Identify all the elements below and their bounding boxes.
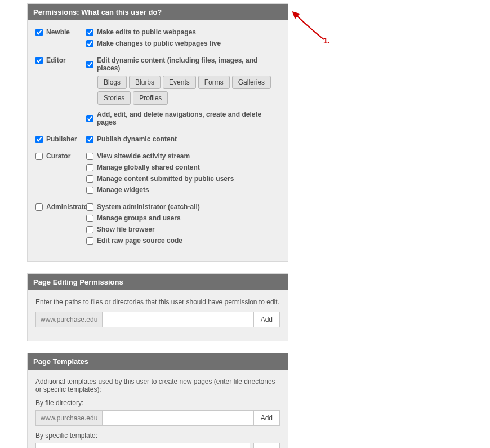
role-checkbox-publisher[interactable] bbox=[35, 136, 43, 143]
page-templates-dir-input[interactable] bbox=[103, 410, 253, 426]
perm-item-label: Manage globally shared content bbox=[97, 163, 200, 171]
perm-item: Add, edit, and delete navigations, creat… bbox=[86, 110, 280, 126]
role-label-curator: Curator bbox=[46, 152, 70, 160]
perm-item-label: Edit dynamic content (including files, i… bbox=[97, 56, 280, 72]
content-type-tags: BlogsBlurbsEventsFormsGalleriesStoriesPr… bbox=[97, 76, 280, 105]
perm-items-curator: View sitewide activity streamManage glob… bbox=[86, 152, 280, 197]
perm-item: Manage widgets bbox=[86, 186, 280, 194]
annotation-label: 1. bbox=[323, 36, 330, 45]
perm-item: Manage content submitted by public users bbox=[86, 175, 280, 183]
perm-item: Manage globally shared content bbox=[86, 163, 280, 171]
perm-item-label: Edit raw page source code bbox=[97, 237, 182, 245]
perm-items-editor: Edit dynamic content (including files, i… bbox=[86, 56, 280, 130]
tag-button-blurbs[interactable]: Blurbs bbox=[129, 76, 161, 89]
tag-button-forms[interactable]: Forms bbox=[198, 76, 230, 89]
perm-item-label: Make changes to public webpages live bbox=[97, 39, 221, 47]
perm-item-label: Show file browser bbox=[97, 225, 155, 233]
page-editing-path-input[interactable] bbox=[103, 312, 253, 327]
page-templates-domain: www.purchase.edu bbox=[35, 410, 103, 426]
role-newbie: Newbie bbox=[35, 28, 86, 36]
role-curator: Curator bbox=[35, 152, 86, 160]
role-editor: Editor bbox=[35, 56, 86, 64]
role-checkbox-editor[interactable] bbox=[35, 57, 43, 64]
perm-item: Edit raw page source code bbox=[86, 237, 280, 245]
tag-button-events[interactable]: Events bbox=[163, 76, 196, 89]
role-checkbox-administrator[interactable] bbox=[35, 203, 43, 211]
page-editing-add-button[interactable]: Add bbox=[254, 312, 280, 327]
perm-item-checkbox[interactable] bbox=[86, 175, 93, 183]
perm-item: Show file browser bbox=[86, 225, 280, 233]
perm-row-curator: CuratorView sitewide activity streamMana… bbox=[35, 152, 280, 197]
perm-items-publisher: Publish dynamic content bbox=[86, 135, 280, 147]
perm-item-checkbox[interactable] bbox=[86, 40, 93, 47]
permissions-panel: Permissions: What can this user do? Newb… bbox=[27, 3, 288, 262]
perm-item-label: View sitewide activity stream bbox=[97, 152, 190, 160]
role-checkbox-newbie[interactable] bbox=[35, 29, 43, 36]
perm-item: Manage groups and users bbox=[86, 214, 280, 222]
perm-item-label: Publish dynamic content bbox=[97, 135, 177, 143]
perm-items-administrator: System administrator (catch-all)Manage g… bbox=[86, 203, 280, 248]
perm-item-checkbox[interactable] bbox=[86, 226, 93, 233]
perm-item: Make changes to public webpages live bbox=[86, 39, 280, 47]
perm-item-checkbox[interactable] bbox=[86, 29, 93, 36]
role-label-newbie: Newbie bbox=[46, 28, 70, 36]
tag-button-profiles[interactable]: Profiles bbox=[133, 91, 168, 105]
perm-item: System administrator (catch-all) bbox=[86, 203, 280, 211]
perm-item-label: Add, edit, and delete navigations, creat… bbox=[97, 110, 280, 126]
perm-item-checkbox[interactable] bbox=[86, 153, 93, 160]
perm-item-label: Manage groups and users bbox=[97, 214, 181, 222]
tag-button-galleries[interactable]: Galleries bbox=[232, 76, 271, 89]
page-editing-domain: www.purchase.edu bbox=[35, 312, 103, 327]
role-checkbox-curator[interactable] bbox=[35, 153, 43, 160]
page-templates-dir-add-button[interactable]: Add bbox=[254, 410, 280, 426]
perm-item-checkbox[interactable] bbox=[86, 215, 93, 222]
by-file-directory-label: By file directory: bbox=[35, 399, 280, 407]
perm-item-label: Manage content submitted by public users bbox=[97, 175, 234, 183]
perm-row-publisher: PublisherPublish dynamic content bbox=[35, 135, 280, 147]
page-templates-select-add-button[interactable]: Add bbox=[253, 443, 280, 448]
perm-item-checkbox[interactable] bbox=[86, 237, 93, 245]
role-label-administrator: Administrator bbox=[46, 203, 91, 211]
perm-item: View sitewide activity stream bbox=[86, 152, 280, 160]
perm-item-label: Manage widgets bbox=[97, 186, 149, 194]
tag-button-blogs[interactable]: Blogs bbox=[97, 76, 127, 89]
perm-item-checkbox[interactable] bbox=[86, 61, 93, 68]
perm-item-checkbox[interactable] bbox=[86, 187, 93, 194]
page-editing-desc: Enter the paths to files or directories … bbox=[35, 298, 280, 306]
perm-row-editor: EditorEdit dynamic content (including fi… bbox=[35, 56, 280, 130]
tag-button-stories[interactable]: Stories bbox=[97, 91, 131, 105]
page-editing-title: Page Editing Permissions bbox=[28, 274, 288, 290]
perm-row-administrator: AdministratorSystem administrator (catch… bbox=[35, 203, 280, 248]
perm-item: Make edits to public webpages bbox=[86, 28, 280, 36]
perm-row-newbie: NewbieMake edits to public webpagesMake … bbox=[35, 28, 280, 51]
perm-item-label: System administrator (catch-all) bbox=[97, 203, 200, 211]
perm-item-label: Make edits to public webpages bbox=[97, 28, 196, 36]
role-label-publisher: Publisher bbox=[46, 135, 77, 143]
role-publisher: Publisher bbox=[35, 135, 86, 143]
page-editing-panel: Page Editing Permissions Enter the paths… bbox=[27, 273, 288, 341]
page-templates-title: Page Templates bbox=[28, 353, 288, 370]
perm-item-checkbox[interactable] bbox=[86, 136, 93, 143]
perm-item: Edit dynamic content (including files, i… bbox=[86, 56, 280, 72]
perm-item: Publish dynamic content bbox=[86, 135, 280, 143]
perm-items-newbie: Make edits to public webpagesMake change… bbox=[86, 28, 280, 51]
perm-item-checkbox[interactable] bbox=[86, 164, 93, 171]
permissions-panel-title: Permissions: What can this user do? bbox=[28, 4, 288, 20]
by-specific-template-label: By specific template: bbox=[35, 432, 280, 440]
role-label-editor: Editor bbox=[46, 56, 66, 64]
perm-item-checkbox[interactable] bbox=[86, 115, 93, 122]
role-administrator: Administrator bbox=[35, 203, 86, 211]
page-templates-select[interactable] bbox=[35, 443, 250, 448]
perm-item-checkbox[interactable] bbox=[86, 203, 93, 211]
page-templates-panel: Page Templates Additional templates used… bbox=[27, 353, 288, 448]
page-templates-desc: Additional templates used by this user t… bbox=[35, 378, 280, 393]
